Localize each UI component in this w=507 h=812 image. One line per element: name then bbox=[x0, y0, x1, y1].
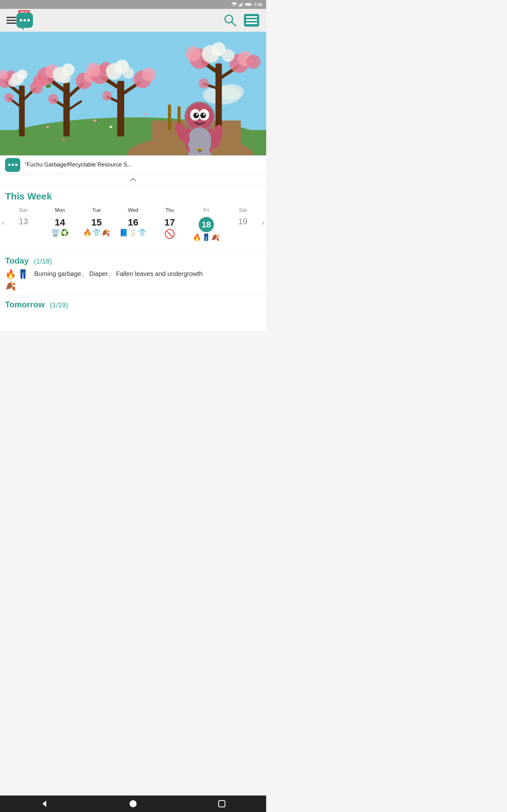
diaper-icon-tue: 👕 bbox=[92, 229, 101, 241]
svg-rect-76 bbox=[168, 105, 171, 130]
date-cell-sun[interactable]: 13 bbox=[5, 216, 42, 241]
day-header-tue: Tue bbox=[78, 206, 115, 214]
svg-rect-2 bbox=[241, 3, 242, 6]
today-icons: 🔥 👖 🍂 bbox=[5, 269, 31, 291]
calendar-grid: Sun Mon Tue Wed Thu Fri Sat ‹ 13 14 🗑️ bbox=[5, 206, 261, 247]
wifi-icon bbox=[231, 2, 237, 7]
today-leaf-icon: 🍂 bbox=[5, 281, 16, 291]
svg-point-62 bbox=[123, 67, 134, 79]
day-header-wed: Wed bbox=[115, 206, 151, 214]
date-num-wed: 16 bbox=[128, 217, 138, 227]
date-cell-wed[interactable]: 16 📘 🥛 👕 bbox=[115, 216, 151, 243]
svg-point-44 bbox=[48, 94, 58, 104]
time-display: 7:00 bbox=[254, 2, 262, 7]
day-header-thu: Thu bbox=[152, 206, 188, 214]
today-content: 🔥 👖 🍂 Burning garbage、 Diaper、 Fallen le… bbox=[5, 269, 261, 291]
list-button[interactable] bbox=[243, 13, 260, 27]
date-cell-mon[interactable]: 14 🗑️ ♻️ bbox=[42, 216, 78, 243]
svg-point-33 bbox=[8, 78, 17, 87]
battery-icon bbox=[245, 3, 252, 6]
this-week-label: This Week bbox=[5, 191, 261, 202]
icons-fri: 🔥 👖 🍂 bbox=[193, 234, 220, 246]
fire-icon-tue: 🔥 bbox=[83, 229, 92, 241]
date-num-fri-today: 18 bbox=[199, 217, 214, 232]
svg-point-32 bbox=[17, 69, 27, 80]
date-num-sun: 13 bbox=[19, 217, 28, 226]
today-diaper-icon: 👖 bbox=[17, 269, 29, 280]
leaf-icon-tue: 🍂 bbox=[101, 229, 110, 241]
date-cell-thu[interactable]: 17 🚫 bbox=[152, 216, 188, 243]
date-num-tue: 15 bbox=[91, 217, 102, 227]
svg-point-87 bbox=[196, 113, 198, 115]
date-cell-tue[interactable]: 15 🔥 👕 🍂 bbox=[78, 216, 115, 243]
svg-point-85 bbox=[193, 113, 199, 118]
svg-point-72 bbox=[199, 78, 209, 89]
today-section: Today (1/18) 🔥 👖 🍂 Burning garbage、 Diap… bbox=[0, 251, 266, 295]
no-fire-icon: 🚫 bbox=[164, 229, 175, 241]
date-cell-sat[interactable]: 19 bbox=[225, 216, 261, 241]
svg-rect-7 bbox=[251, 4, 252, 5]
tomorrow-label: Tomorrow bbox=[5, 300, 45, 310]
today-header: Today (1/18) bbox=[5, 256, 261, 266]
top-nav: NEW bbox=[0, 9, 266, 32]
signal-icon bbox=[239, 2, 243, 7]
dates-row: ‹ 13 14 🗑️ ♻️ 15 🔥 bbox=[5, 216, 261, 247]
svg-rect-12 bbox=[246, 19, 257, 21]
diaper-icon-fri: 👖 bbox=[202, 234, 210, 246]
banner-illustration: R bbox=[0, 32, 266, 155]
chat-button[interactable]: NEW bbox=[16, 13, 33, 28]
svg-point-88 bbox=[203, 113, 205, 115]
date-num-sat: 19 bbox=[238, 217, 247, 226]
date-num-mon: 14 bbox=[55, 217, 65, 227]
status-bar: 7:00 bbox=[0, 0, 266, 9]
date-num-thu: 17 bbox=[164, 217, 175, 227]
svg-point-75 bbox=[222, 49, 234, 62]
calendar-section: This Week Sun Mon Tue Wed Thu Fri Sat ‹ … bbox=[0, 185, 266, 251]
chevron-up-icon bbox=[129, 176, 137, 183]
next-week-button[interactable]: › bbox=[262, 219, 264, 227]
day-headers: Sun Mon Tue Wed Thu Fri Sat bbox=[5, 206, 261, 214]
day-header-sat: Sat bbox=[225, 206, 261, 214]
prev-week-button[interactable]: ‹ bbox=[2, 219, 4, 227]
svg-rect-0 bbox=[239, 5, 240, 7]
milk-icon: 🥛 bbox=[129, 229, 137, 241]
date-cell-fri[interactable]: 18 🔥 👖 🍂 bbox=[188, 216, 224, 247]
day-header-mon: Mon bbox=[42, 206, 78, 214]
icons-thu: 🚫 bbox=[164, 229, 175, 241]
today-date: (1/18) bbox=[34, 257, 52, 265]
svg-point-86 bbox=[200, 113, 206, 118]
list-icon bbox=[243, 13, 260, 27]
message-text: "Fuchu Garbage/Recyclable Resource S... bbox=[25, 161, 132, 168]
icons-tue: 🔥 👕 🍂 bbox=[83, 229, 110, 241]
svg-rect-6 bbox=[245, 3, 251, 5]
message-icon bbox=[5, 158, 20, 172]
svg-point-49 bbox=[49, 84, 51, 87]
svg-point-20 bbox=[219, 84, 244, 100]
svg-point-59 bbox=[102, 91, 112, 101]
search-button[interactable] bbox=[223, 13, 237, 27]
today-fire-icon: 🔥 bbox=[5, 269, 16, 280]
svg-point-68 bbox=[186, 46, 201, 61]
collapse-button[interactable] bbox=[0, 174, 266, 185]
icons-mon: 🗑️ ♻️ bbox=[51, 229, 69, 241]
tomorrow-header: Tomorrow (1/19) bbox=[5, 300, 261, 310]
today-label: Today bbox=[5, 256, 29, 266]
message-bar[interactable]: "Fuchu Garbage/Recyclable Resource S... bbox=[0, 155, 266, 174]
svg-point-55 bbox=[87, 63, 101, 77]
leaf-icon-fri: 🍂 bbox=[211, 234, 220, 246]
svg-rect-1 bbox=[240, 4, 241, 6]
day-header-sun: Sun bbox=[5, 206, 42, 214]
today-description: Burning garbage、 Diaper、 Fallen leaves a… bbox=[34, 269, 203, 278]
svg-rect-11 bbox=[246, 16, 257, 18]
fire-icon-fri: 🔥 bbox=[193, 234, 201, 246]
svg-point-47 bbox=[59, 72, 71, 84]
tomorrow-section: Tomorrow (1/19) bbox=[0, 295, 266, 314]
svg-point-41 bbox=[33, 74, 46, 87]
shirt-icon-wed: 👕 bbox=[138, 229, 147, 241]
svg-point-30 bbox=[4, 93, 13, 102]
menu-button[interactable] bbox=[6, 17, 16, 24]
svg-point-71 bbox=[246, 55, 261, 69]
day-header-fri: Fri bbox=[188, 206, 224, 214]
search-icon bbox=[223, 13, 237, 27]
svg-rect-13 bbox=[246, 22, 257, 24]
